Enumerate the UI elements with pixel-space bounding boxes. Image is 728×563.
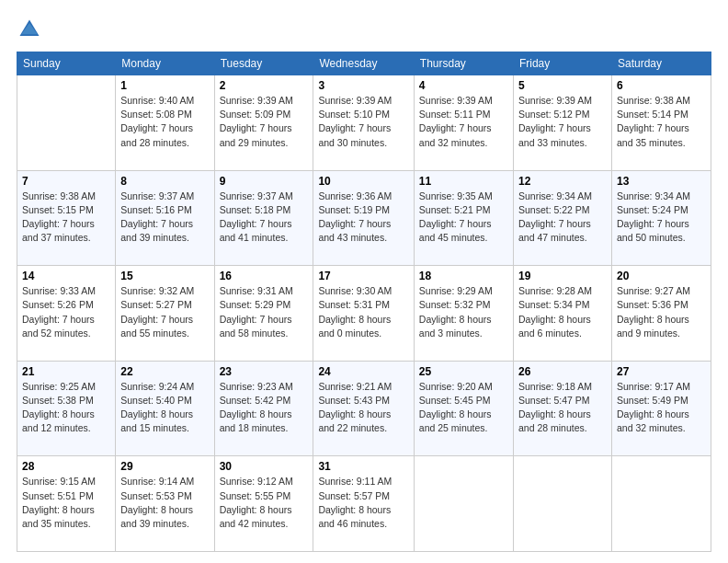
day-info: Sunrise: 9:20 AMSunset: 5:45 PMDaylight:… (419, 380, 508, 436)
calendar-week-1: 1Sunrise: 9:40 AMSunset: 5:08 PMDaylight… (17, 75, 711, 171)
day-info: Sunrise: 9:21 AMSunset: 5:43 PMDaylight:… (318, 380, 408, 436)
calendar-cell (17, 75, 116, 171)
calendar-week-3: 14Sunrise: 9:33 AMSunset: 5:26 PMDayligh… (17, 266, 711, 362)
day-number: 23 (220, 365, 309, 378)
day-info: Sunrise: 9:34 AMSunset: 5:22 PMDaylight:… (518, 190, 607, 246)
day-info: Sunrise: 9:11 AMSunset: 5:57 PMDaylight:… (318, 475, 408, 531)
weekday-header-tuesday: Tuesday (214, 52, 313, 75)
day-info: Sunrise: 9:37 AMSunset: 5:18 PMDaylight:… (220, 190, 309, 246)
day-number: 28 (22, 460, 110, 473)
calendar-week-4: 21Sunrise: 9:25 AMSunset: 5:38 PMDayligh… (17, 361, 711, 456)
day-number: 24 (318, 365, 408, 378)
page: SundayMondayTuesdayWednesdayThursdayFrid… (0, 0, 728, 563)
day-number: 17 (318, 270, 408, 282)
day-number: 16 (220, 270, 309, 282)
day-number: 20 (617, 270, 706, 282)
calendar-cell: 25Sunrise: 9:20 AMSunset: 5:45 PMDayligh… (414, 361, 513, 456)
day-info: Sunrise: 9:38 AMSunset: 5:14 PMDaylight:… (617, 94, 706, 150)
day-number: 19 (518, 270, 607, 282)
calendar-cell: 14Sunrise: 9:33 AMSunset: 5:26 PMDayligh… (17, 266, 116, 362)
day-number: 18 (419, 270, 508, 282)
calendar-cell: 4Sunrise: 9:39 AMSunset: 5:11 PMDaylight… (414, 75, 513, 171)
day-info: Sunrise: 9:17 AMSunset: 5:49 PMDaylight:… (617, 380, 706, 436)
calendar-cell: 12Sunrise: 9:34 AMSunset: 5:22 PMDayligh… (513, 170, 611, 266)
day-number: 3 (318, 79, 408, 92)
weekday-header-row: SundayMondayTuesdayWednesdayThursdayFrid… (17, 52, 711, 75)
day-number: 4 (419, 79, 508, 92)
day-number: 13 (617, 175, 706, 188)
calendar-cell: 6Sunrise: 9:38 AMSunset: 5:14 PMDaylight… (612, 75, 711, 171)
calendar-week-2: 7Sunrise: 9:38 AMSunset: 5:15 PMDaylight… (17, 170, 711, 266)
calendar-cell (414, 456, 513, 552)
calendar-cell: 3Sunrise: 9:39 AMSunset: 5:10 PMDaylight… (313, 75, 414, 171)
day-number: 14 (22, 270, 110, 282)
calendar-cell: 19Sunrise: 9:28 AMSunset: 5:34 PMDayligh… (513, 266, 611, 362)
day-info: Sunrise: 9:37 AMSunset: 5:16 PMDaylight:… (120, 190, 209, 246)
day-info: Sunrise: 9:36 AMSunset: 5:19 PMDaylight:… (318, 190, 408, 246)
calendar-cell: 17Sunrise: 9:30 AMSunset: 5:31 PMDayligh… (313, 266, 414, 362)
calendar-cell: 13Sunrise: 9:34 AMSunset: 5:24 PMDayligh… (612, 170, 711, 266)
day-info: Sunrise: 9:40 AMSunset: 5:08 PMDaylight:… (120, 94, 209, 150)
calendar-cell: 28Sunrise: 9:15 AMSunset: 5:51 PMDayligh… (17, 456, 116, 552)
calendar-cell (612, 456, 711, 552)
day-number: 21 (22, 365, 110, 378)
day-info: Sunrise: 9:39 AMSunset: 5:12 PMDaylight:… (518, 94, 607, 150)
day-info: Sunrise: 9:23 AMSunset: 5:42 PMDaylight:… (220, 380, 309, 436)
day-number: 15 (120, 270, 209, 282)
calendar-cell: 7Sunrise: 9:38 AMSunset: 5:15 PMDaylight… (17, 170, 116, 266)
calendar-cell: 29Sunrise: 9:14 AMSunset: 5:53 PMDayligh… (116, 456, 214, 552)
weekday-header-monday: Monday (116, 52, 214, 75)
calendar-cell: 20Sunrise: 9:27 AMSunset: 5:36 PMDayligh… (612, 266, 711, 362)
calendar-cell: 5Sunrise: 9:39 AMSunset: 5:12 PMDaylight… (513, 75, 611, 171)
calendar-cell: 23Sunrise: 9:23 AMSunset: 5:42 PMDayligh… (214, 361, 313, 456)
calendar-cell: 9Sunrise: 9:37 AMSunset: 5:18 PMDaylight… (214, 170, 313, 266)
day-info: Sunrise: 9:38 AMSunset: 5:15 PMDaylight:… (22, 190, 110, 246)
calendar-cell: 16Sunrise: 9:31 AMSunset: 5:29 PMDayligh… (214, 266, 313, 362)
day-number: 27 (617, 365, 706, 378)
calendar-cell: 15Sunrise: 9:32 AMSunset: 5:27 PMDayligh… (116, 266, 214, 362)
day-number: 30 (220, 460, 309, 473)
day-number: 5 (518, 79, 607, 92)
calendar-cell: 10Sunrise: 9:36 AMSunset: 5:19 PMDayligh… (313, 170, 414, 266)
day-info: Sunrise: 9:27 AMSunset: 5:36 PMDaylight:… (617, 284, 706, 340)
weekday-header-saturday: Saturday (612, 52, 711, 75)
calendar-cell: 27Sunrise: 9:17 AMSunset: 5:49 PMDayligh… (612, 361, 711, 456)
day-number: 8 (120, 175, 209, 188)
day-number: 10 (318, 175, 408, 188)
day-number: 26 (518, 365, 607, 378)
day-number: 2 (220, 79, 309, 92)
calendar-cell: 24Sunrise: 9:21 AMSunset: 5:43 PMDayligh… (313, 361, 414, 456)
day-number: 22 (120, 365, 209, 378)
day-number: 1 (120, 79, 209, 92)
day-number: 12 (518, 175, 607, 188)
day-info: Sunrise: 9:25 AMSunset: 5:38 PMDaylight:… (22, 380, 110, 436)
svg-marker-1 (21, 23, 38, 34)
day-info: Sunrise: 9:39 AMSunset: 5:11 PMDaylight:… (419, 94, 508, 150)
calendar-cell: 21Sunrise: 9:25 AMSunset: 5:38 PMDayligh… (17, 361, 116, 456)
day-info: Sunrise: 9:24 AMSunset: 5:40 PMDaylight:… (120, 380, 209, 436)
calendar-cell: 18Sunrise: 9:29 AMSunset: 5:32 PMDayligh… (414, 266, 513, 362)
day-number: 29 (120, 460, 209, 473)
day-info: Sunrise: 9:31 AMSunset: 5:29 PMDaylight:… (220, 284, 309, 340)
day-info: Sunrise: 9:34 AMSunset: 5:24 PMDaylight:… (617, 190, 706, 246)
day-number: 11 (419, 175, 508, 188)
day-info: Sunrise: 9:30 AMSunset: 5:31 PMDaylight:… (318, 284, 408, 340)
logo-icon (17, 17, 42, 42)
calendar-cell: 26Sunrise: 9:18 AMSunset: 5:47 PMDayligh… (513, 361, 611, 456)
calendar-cell: 30Sunrise: 9:12 AMSunset: 5:55 PMDayligh… (214, 456, 313, 552)
day-info: Sunrise: 9:33 AMSunset: 5:26 PMDaylight:… (22, 284, 110, 340)
header (17, 17, 711, 42)
day-info: Sunrise: 9:12 AMSunset: 5:55 PMDaylight:… (220, 475, 309, 531)
day-number: 25 (419, 365, 508, 378)
day-info: Sunrise: 9:18 AMSunset: 5:47 PMDaylight:… (518, 380, 607, 436)
day-number: 6 (617, 79, 706, 92)
calendar-cell: 31Sunrise: 9:11 AMSunset: 5:57 PMDayligh… (313, 456, 414, 552)
day-number: 31 (318, 460, 408, 473)
weekday-header-wednesday: Wednesday (313, 52, 414, 75)
day-info: Sunrise: 9:39 AMSunset: 5:09 PMDaylight:… (220, 94, 309, 150)
calendar-cell: 8Sunrise: 9:37 AMSunset: 5:16 PMDaylight… (116, 170, 214, 266)
calendar-cell: 11Sunrise: 9:35 AMSunset: 5:21 PMDayligh… (414, 170, 513, 266)
day-info: Sunrise: 9:35 AMSunset: 5:21 PMDaylight:… (419, 190, 508, 246)
weekday-header-friday: Friday (513, 52, 611, 75)
calendar-cell (513, 456, 611, 552)
